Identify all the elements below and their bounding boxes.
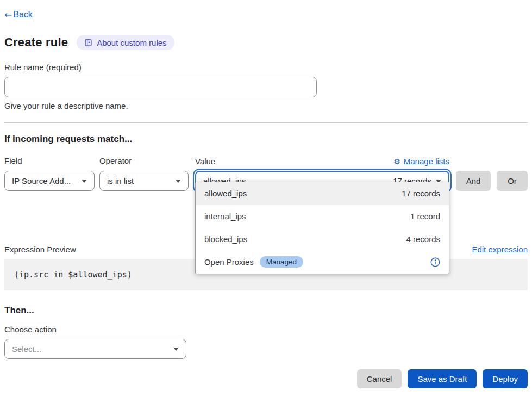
list-option-name: internal_ips — [204, 212, 246, 221]
list-option-records: 1 record — [410, 212, 440, 221]
rule-name-helper: Give your rule a descriptive name. — [4, 101, 528, 110]
section-divider — [4, 122, 528, 123]
chevron-down-icon — [173, 348, 179, 351]
back-link-label: Back — [13, 10, 33, 20]
list-option-records: 17 records — [402, 189, 440, 198]
expression-code: (ip.src in $allowed_ips) — [14, 270, 132, 280]
and-button[interactable]: And — [456, 171, 491, 191]
chevron-down-icon — [176, 180, 181, 183]
edit-expression-link[interactable]: Edit expression — [472, 245, 528, 254]
gear-icon: ⚙ — [393, 157, 400, 166]
about-custom-rules-badge[interactable]: About custom rules — [77, 35, 174, 50]
list-option-allowed-ips[interactable]: allowed_ips 17 records — [196, 182, 449, 205]
list-option-name: Open Proxies — [204, 257, 254, 267]
operator-select[interactable]: is in list — [99, 171, 189, 191]
action-select-placeholder: Select... — [12, 344, 41, 354]
title-row: Create rule About custom rules — [4, 35, 528, 50]
value-label: Value — [195, 157, 215, 166]
list-option-name: blocked_ips — [204, 234, 247, 244]
footer-actions: Cancel Save as Draft Deploy — [4, 369, 528, 388]
page-title: Create rule — [4, 35, 68, 50]
list-dropdown-menu: allowed_ips 17 records internal_ips 1 re… — [195, 182, 449, 274]
field-label: Field — [4, 156, 95, 165]
chevron-down-icon — [82, 180, 87, 183]
action-select[interactable]: Select... — [4, 339, 186, 359]
field-select[interactable]: IP Source Add... — [4, 171, 95, 191]
field-select-value: IP Source Add... — [12, 176, 71, 185]
then-section-heading: Then... — [4, 305, 528, 316]
value-column: Value ⚙ Manage lists allowed_ips 17 reco… — [193, 157, 452, 191]
about-badge-label: About custom rules — [97, 38, 166, 47]
back-row: ←Back — [4, 0, 528, 20]
list-option-records: 4 records — [406, 234, 440, 244]
list-option-open-proxies[interactable]: Open Proxies Managed — [196, 251, 449, 274]
expression-preview-label: Expression Preview — [4, 245, 76, 254]
managed-badge: Managed — [260, 256, 303, 268]
operator-label: Operator — [99, 156, 189, 165]
field-column: Field IP Source Add... — [4, 156, 95, 191]
or-button[interactable]: Or — [497, 171, 528, 191]
deploy-button[interactable]: Deploy — [483, 369, 528, 388]
list-option-name: allowed_ips — [204, 189, 247, 198]
list-option-internal-ips[interactable]: internal_ips 1 record — [196, 205, 449, 228]
create-rule-page: ←Back Create rule About custom rules Rul… — [0, 0, 532, 388]
operator-select-value: is in list — [107, 176, 134, 185]
condition-builder-row: Field IP Source Add... Operator is in li… — [4, 156, 528, 191]
list-option-blocked-ips[interactable]: blocked_ips 4 records — [196, 228, 449, 251]
match-section-heading: If incoming requests match... — [4, 134, 528, 145]
rule-name-input[interactable] — [4, 77, 317, 97]
choose-action-label: Choose action — [4, 325, 528, 334]
save-as-draft-button[interactable]: Save as Draft — [408, 369, 477, 388]
cancel-button[interactable]: Cancel — [357, 369, 402, 388]
logic-buttons: And Or — [456, 171, 528, 191]
info-icon[interactable] — [430, 257, 440, 267]
back-arrow-icon: ← — [4, 9, 12, 20]
back-link[interactable]: ←Back — [4, 9, 33, 20]
value-label-row: Value ⚙ Manage lists — [193, 157, 452, 166]
manage-lists-link[interactable]: ⚙ Manage lists — [393, 157, 449, 166]
operator-column: Operator is in list — [99, 156, 189, 191]
book-icon — [84, 39, 92, 47]
manage-lists-label: Manage lists — [404, 157, 449, 166]
rule-name-label: Rule name (required) — [4, 63, 528, 72]
